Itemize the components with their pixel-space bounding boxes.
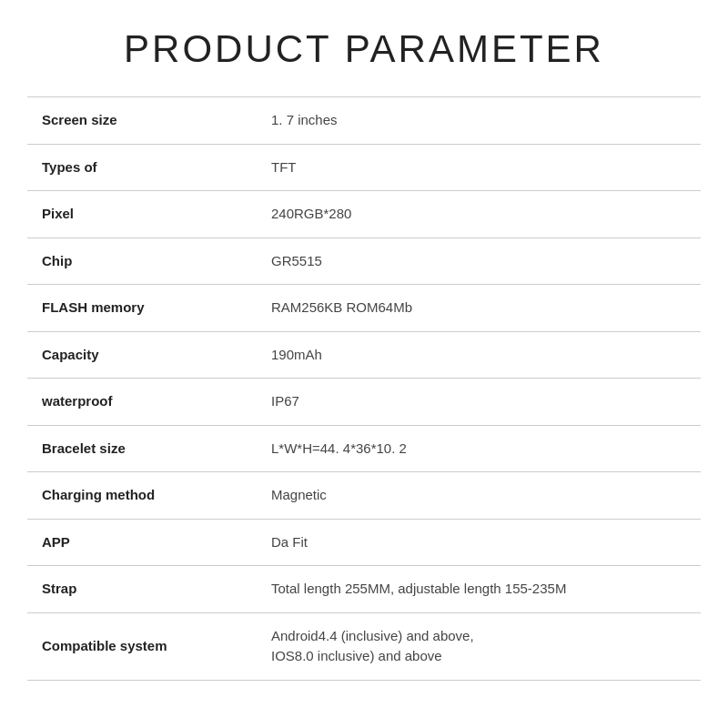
param-value: GR5515 [257, 238, 701, 285]
param-value: L*W*H=44. 4*36*10. 2 [257, 425, 701, 472]
param-label: Charging method [27, 472, 257, 520]
param-value: Magnetic [257, 472, 701, 520]
param-label: Types of [27, 144, 257, 191]
param-label: Compatible system [27, 612, 257, 680]
param-value: TFT [257, 144, 701, 191]
param-value: 1. 7 inches [257, 97, 701, 145]
table-row: Charging methodMagnetic [27, 472, 701, 520]
param-value: IP67 [257, 379, 701, 426]
product-params-table: Screen size1. 7 inchesTypes ofTFTPixel24… [27, 96, 701, 681]
table-row: FLASH memoryRAM256KB ROM64Mb [27, 285, 701, 332]
param-label: Screen size [27, 97, 257, 145]
table-row: StrapTotal length 255MM, adjustable leng… [27, 566, 701, 613]
param-label: FLASH memory [27, 285, 257, 332]
page-title: PRODUCT PARAMETER [124, 27, 604, 71]
table-row: ChipGR5515 [27, 238, 701, 285]
param-value: Total length 255MM, adjustable length 15… [257, 566, 701, 613]
param-label: APP [27, 519, 257, 566]
table-row: Capacity190mAh [27, 331, 701, 379]
table-row: APPDa Fit [27, 519, 701, 566]
table-row: Pixel240RGB*280 [27, 191, 701, 238]
table-row: Bracelet sizeL*W*H=44. 4*36*10. 2 [27, 425, 701, 472]
param-label: Pixel [27, 191, 257, 238]
param-label: Strap [27, 566, 257, 613]
param-value: RAM256KB ROM64Mb [257, 285, 701, 332]
param-value: Da Fit [257, 519, 701, 566]
param-label: Chip [27, 238, 257, 285]
param-label: waterproof [27, 379, 257, 426]
param-value: Android4.4 (inclusive) and above,IOS8.0 … [257, 612, 701, 680]
param-label: Bracelet size [27, 425, 257, 472]
param-label: Capacity [27, 331, 257, 379]
table-row: Screen size1. 7 inches [27, 97, 701, 145]
param-value: 240RGB*280 [257, 191, 701, 238]
table-row: waterproofIP67 [27, 379, 701, 426]
table-row: Compatible systemAndroid4.4 (inclusive) … [27, 612, 701, 680]
param-value: 190mAh [257, 331, 701, 379]
table-row: Types ofTFT [27, 144, 701, 191]
